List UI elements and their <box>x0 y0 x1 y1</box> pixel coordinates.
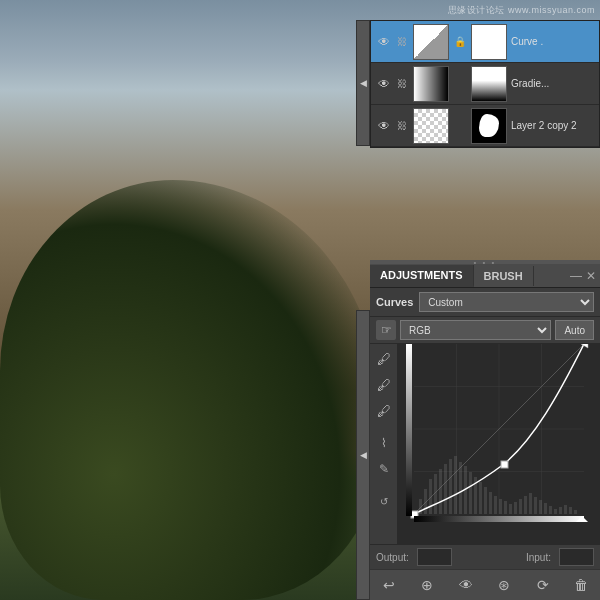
layer-row[interactable]: 👁 ⛓ Layer 2 copy 2 <box>371 105 599 147</box>
curve-canvas-area[interactable] <box>398 344 600 544</box>
adjustments-panel: • • • ADJUSTMENTS BRUSH — ✕ Curves Custo… <box>370 260 600 600</box>
curves-title-bar: Curves Custom <box>370 288 600 317</box>
svg-rect-30 <box>534 497 537 514</box>
layer-visibility-toggle[interactable]: 👁 <box>375 75 393 93</box>
svg-rect-28 <box>524 496 527 514</box>
curve-anchor-tool[interactable]: ⌇ <box>373 432 395 454</box>
svg-rect-24 <box>504 501 507 514</box>
svg-rect-39 <box>414 516 584 522</box>
panel-collapse-button[interactable]: ◀ <box>356 20 370 146</box>
output-input[interactable] <box>417 548 452 566</box>
visibility-button[interactable]: 👁 <box>455 574 477 596</box>
layer-mask-thumbnail <box>471 66 507 102</box>
mask-gradient-preview <box>472 67 506 101</box>
add-adjustment-button[interactable]: ⊕ <box>416 574 438 596</box>
layer-chain-icon: ⛓ <box>397 120 409 132</box>
preset-dropdown[interactable]: Custom <box>419 292 594 312</box>
pencil-icon: ✎ <box>379 462 389 476</box>
adj-panel-collapse-button[interactable]: ◀ <box>356 310 370 600</box>
reset-icon: ↺ <box>380 496 388 507</box>
minimize-icon[interactable]: — <box>570 269 582 283</box>
svg-rect-23 <box>499 499 502 514</box>
eyedropper-black-icon: 🖋 <box>377 351 391 367</box>
output-label: Output: <box>376 552 409 563</box>
svg-rect-31 <box>539 500 542 514</box>
svg-rect-27 <box>519 499 522 514</box>
svg-rect-12 <box>444 464 447 514</box>
svg-rect-8 <box>424 489 427 514</box>
svg-rect-32 <box>544 503 547 514</box>
auto-button[interactable]: Auto <box>555 320 594 340</box>
svg-rect-14 <box>454 456 457 514</box>
layer-mask-thumbnail <box>471 108 507 144</box>
layer-row[interactable]: 👁 ⛓ Gradie... <box>371 63 599 105</box>
eyedropper-black-tool[interactable]: 🖋 <box>373 348 395 370</box>
input-input[interactable] <box>559 548 594 566</box>
svg-rect-17 <box>469 472 472 514</box>
tab-brush[interactable]: BRUSH <box>474 266 534 286</box>
curve-svg <box>398 344 600 544</box>
layer-name: Gradie... <box>511 78 595 89</box>
eyedropper-white-tool[interactable]: 🖋 <box>373 400 395 422</box>
svg-rect-10 <box>434 474 437 514</box>
svg-rect-29 <box>529 493 532 514</box>
eyedropper-white-icon: 🖋 <box>377 403 391 419</box>
eyedropper-gray-tool[interactable]: 🖋 <box>373 374 395 396</box>
back-arrow-icon: ↩ <box>383 577 395 593</box>
pencil-draw-tool[interactable]: ✎ <box>373 458 395 480</box>
back-arrow-button[interactable]: ↩ <box>378 574 400 596</box>
layer-name: Curve . <box>511 36 595 47</box>
eyedropper-gray-icon: 🖋 <box>377 377 391 393</box>
layer-chain-icon: ⛓ <box>397 36 409 48</box>
pointer-tool-button[interactable]: ☞ <box>376 320 396 340</box>
svg-rect-20 <box>484 487 487 514</box>
refresh-button[interactable]: ⟳ <box>532 574 554 596</box>
hand-icon: ☞ <box>381 323 392 337</box>
layer-thumbnail <box>413 66 449 102</box>
layers-panel: 👁 ⛓ 🔒 Curve . 👁 ⛓ Gradie... 👁 ⛓ Layer 2 … <box>370 20 600 148</box>
svg-rect-21 <box>489 492 492 514</box>
collapse-icon: ◀ <box>360 78 367 88</box>
svg-rect-9 <box>429 479 432 514</box>
svg-rect-26 <box>514 502 517 514</box>
svg-rect-15 <box>459 462 462 514</box>
watermark-text: 思缘设计论坛 www.missyuan.com <box>448 4 595 17</box>
svg-rect-37 <box>569 507 572 514</box>
svg-rect-34 <box>554 509 557 514</box>
io-section: Output: Input: <box>370 544 600 569</box>
tools-panel: 🖋 🖋 🖋 ⌇ ✎ ↺ <box>370 344 398 544</box>
curve-anchor-mid[interactable] <box>501 461 508 468</box>
adj-collapse-icon: ◀ <box>360 450 367 460</box>
svg-rect-11 <box>439 469 442 514</box>
layer-row[interactable]: 👁 ⛓ 🔒 Curve . <box>371 21 599 63</box>
panel-title: Curves <box>376 296 413 308</box>
layer-chain-icon: ⛓ <box>397 78 409 90</box>
target-icon: ⊛ <box>498 577 510 593</box>
layer-name: Layer 2 copy 2 <box>511 120 595 131</box>
channel-row: ☞ RGB Auto <box>370 317 600 344</box>
input-label: Input: <box>526 552 551 563</box>
channel-dropdown[interactable]: RGB <box>400 320 551 340</box>
mask-silhouette-shape <box>479 114 499 138</box>
reset-tool[interactable]: ↺ <box>373 490 395 512</box>
layer-visibility-toggle[interactable]: 👁 <box>375 33 393 51</box>
action-bar: ↩ ⊕ 👁 ⊛ ⟳ 🗑 <box>370 569 600 600</box>
mask-layer2-preview <box>472 109 506 143</box>
svg-rect-36 <box>564 505 567 514</box>
svg-rect-38 <box>574 510 577 514</box>
layer-thumbnail <box>413 108 449 144</box>
refresh-icon: ⟳ <box>537 577 549 593</box>
delete-button[interactable]: 🗑 <box>570 574 592 596</box>
svg-rect-22 <box>494 496 497 514</box>
eye-circle-icon: 👁 <box>459 577 473 593</box>
close-icon[interactable]: ✕ <box>586 269 596 283</box>
mask-curve-preview <box>472 25 506 59</box>
target-button[interactable]: ⊛ <box>493 574 515 596</box>
svg-rect-35 <box>559 507 562 514</box>
layer-visibility-toggle[interactable]: 👁 <box>375 117 393 135</box>
layer-mask-thumbnail <box>471 24 507 60</box>
plus-circle-icon: ⊕ <box>421 577 433 593</box>
anchor-icon: ⌇ <box>381 436 387 450</box>
svg-rect-13 <box>449 459 452 514</box>
tab-adjustments[interactable]: ADJUSTMENTS <box>370 265 474 287</box>
